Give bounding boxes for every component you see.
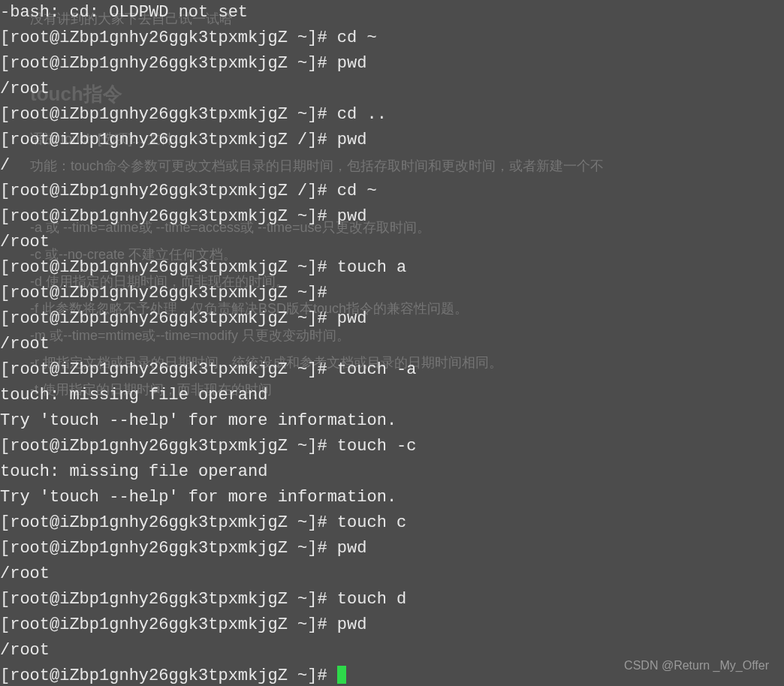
- terminal-line: [root@iZbp1gnhy26ggk3tpxmkjgZ ~]# touch …: [0, 510, 784, 536]
- terminal-line: [root@iZbp1gnhy26ggk3tpxmkjgZ /]# cd ~: [0, 179, 784, 204]
- terminal-line: [root@iZbp1gnhy26ggk3tpxmkjgZ ~]# pwd: [0, 612, 784, 638]
- terminal-window[interactable]: -bash: cd: OLDPWD not set [root@iZbp1gnh…: [0, 0, 784, 686]
- terminal-line: [root@iZbp1gnhy26ggk3tpxmkjgZ ~]# cd ..: [0, 102, 784, 128]
- terminal-line: /root: [0, 561, 784, 587]
- terminal-line: [root@iZbp1gnhy26ggk3tpxmkjgZ ~]#: [0, 281, 784, 306]
- terminal-line: [root@iZbp1gnhy26ggk3tpxmkjgZ ~]# touch …: [0, 255, 784, 281]
- terminal-line: -bash: cd: OLDPWD not set: [0, 0, 784, 26]
- terminal-line: [root@iZbp1gnhy26ggk3tpxmkjgZ ~]# pwd: [0, 306, 784, 332]
- terminal-line: /root: [0, 77, 784, 102]
- terminal-line: /: [0, 153, 784, 179]
- terminal-line: /root: [0, 332, 784, 357]
- terminal-line: [root@iZbp1gnhy26ggk3tpxmkjgZ ~]# touch …: [0, 434, 784, 459]
- terminal-line: Try 'touch --help' for more information.: [0, 408, 784, 434]
- terminal-line: /root: [0, 230, 784, 255]
- terminal-line: [root@iZbp1gnhy26ggk3tpxmkjgZ ~]# cd ~: [0, 26, 784, 51]
- terminal-line: [root@iZbp1gnhy26ggk3tpxmkjgZ ~]# pwd: [0, 51, 784, 77]
- terminal-line: [root@iZbp1gnhy26ggk3tpxmkjgZ ~]# touch …: [0, 587, 784, 612]
- terminal-line: touch: missing file operand: [0, 383, 784, 408]
- terminal-line: [root@iZbp1gnhy26ggk3tpxmkjgZ ~]# touch …: [0, 357, 784, 383]
- terminal-line: [root@iZbp1gnhy26ggk3tpxmkjgZ ~]# pwd: [0, 204, 784, 230]
- cursor-icon: [337, 666, 346, 684]
- watermark: CSDN @Return _My_Offer: [624, 653, 769, 678]
- terminal-line: [root@iZbp1gnhy26ggk3tpxmkjgZ /]# pwd: [0, 128, 784, 153]
- terminal-line: touch: missing file operand: [0, 459, 784, 485]
- terminal-prompt: [root@iZbp1gnhy26ggk3tpxmkjgZ ~]#: [0, 666, 337, 685]
- terminal-line: Try 'touch --help' for more information.: [0, 485, 784, 510]
- terminal-line: [root@iZbp1gnhy26ggk3tpxmkjgZ ~]# pwd: [0, 536, 784, 561]
